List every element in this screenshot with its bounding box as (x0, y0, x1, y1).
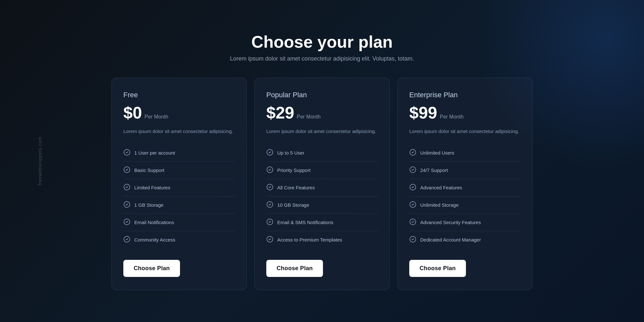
feature-text: Limited Features (134, 185, 170, 190)
watermark: freewebsnippets.com (37, 137, 43, 185)
plan-price-row-enterprise: $99Per Month (409, 104, 521, 121)
plan-name-free: Free (123, 91, 235, 99)
list-item: Limited Features (123, 179, 235, 196)
plan-description-enterprise: Lorem ipsum dolor sit amet consectetur a… (409, 128, 521, 135)
list-item: Advanced Security Features (409, 214, 521, 231)
plan-card-popular: Popular Plan$29Per MonthLorem ipsum dolo… (254, 78, 390, 290)
feature-text: 1 User per account (134, 150, 175, 156)
list-item: All Core Features (266, 179, 378, 196)
page-subtitle: Lorem ipsum dolor sit amet consectetur a… (230, 55, 414, 62)
check-circle-icon (123, 149, 130, 157)
feature-text: Unlimited Storage (420, 202, 459, 208)
check-circle-icon (409, 166, 416, 174)
choose-plan-button-popular[interactable]: Choose Plan (266, 260, 323, 277)
plan-description-free: Lorem ipsum dolor sit amet consectetur a… (123, 128, 235, 135)
check-circle-icon (266, 218, 273, 226)
plan-price-row-free: $0Per Month (123, 104, 235, 121)
feature-text: Advanced Security Features (420, 220, 481, 225)
check-circle-icon (123, 236, 130, 244)
feature-text: Dedicated Account Manager (420, 237, 481, 242)
list-item: Community Access (123, 231, 235, 248)
list-item: Access to Premium Templates (266, 231, 378, 248)
plan-price-free: $0 (123, 104, 142, 121)
check-circle-icon (266, 236, 273, 244)
check-circle-icon (409, 201, 416, 209)
list-item: Dedicated Account Manager (409, 231, 521, 248)
list-item: Email & SMS Notifications (266, 214, 378, 231)
check-circle-icon (123, 166, 130, 174)
feature-text: 10 GB Storage (277, 202, 309, 208)
feature-text: Up to 5 User (277, 150, 304, 156)
list-item: Priority Support (266, 162, 378, 179)
list-item: 10 GB Storage (266, 196, 378, 214)
plans-container: Free$0Per MonthLorem ipsum dolor sit ame… (111, 78, 533, 290)
choose-plan-button-free[interactable]: Choose Plan (123, 260, 180, 277)
page-header: Choose your plan Lorem ipsum dolor sit a… (230, 32, 414, 62)
check-circle-icon (409, 149, 416, 157)
check-circle-icon (266, 149, 273, 157)
plan-card-enterprise: Enterprise Plan$99Per MonthLorem ipsum d… (397, 78, 533, 290)
check-circle-icon (123, 184, 130, 192)
check-circle-icon (123, 218, 130, 226)
check-circle-icon (266, 201, 273, 209)
plan-period-enterprise: Per Month (440, 114, 464, 120)
list-item: Advanced Features (409, 179, 521, 196)
plan-name-enterprise: Enterprise Plan (409, 91, 521, 99)
feature-text: Email & SMS Notifications (277, 220, 333, 225)
list-item: 1 User per account (123, 144, 235, 162)
choose-plan-button-enterprise[interactable]: Choose Plan (409, 260, 466, 277)
plan-price-popular: $29 (266, 104, 294, 121)
list-item: Email Notifications (123, 214, 235, 231)
feature-text: All Core Features (277, 185, 315, 190)
check-circle-icon (266, 184, 273, 192)
page-title: Choose your plan (230, 32, 414, 52)
plan-card-free: Free$0Per MonthLorem ipsum dolor sit ame… (111, 78, 247, 290)
feature-text: Unlimited Users (420, 150, 454, 156)
feature-text: Advanced Features (420, 185, 462, 190)
plan-period-free: Per Month (145, 114, 168, 120)
list-item: Up to 5 User (266, 144, 378, 162)
plan-features-popular: Up to 5 UserPriority SupportAll Core Fea… (266, 144, 378, 248)
check-circle-icon (409, 184, 416, 192)
list-item: Unlimited Storage (409, 196, 521, 214)
plan-description-popular: Lorem ipsum dolor sit amet consectetur a… (266, 128, 378, 135)
feature-text: Basic Support (134, 167, 164, 173)
plan-features-free: 1 User per accountBasic SupportLimited F… (123, 144, 235, 248)
feature-text: Access to Premium Templates (277, 237, 342, 242)
feature-text: Community Access (134, 237, 175, 242)
feature-text: Email Notifications (134, 220, 174, 225)
check-circle-icon (266, 166, 273, 174)
list-item: 1 GB Storage (123, 196, 235, 214)
plan-name-popular: Popular Plan (266, 91, 378, 99)
plan-features-enterprise: Unlimited Users24/7 SupportAdvanced Feat… (409, 144, 521, 248)
plan-price-row-popular: $29Per Month (266, 104, 378, 121)
feature-text: Priority Support (277, 167, 310, 173)
feature-text: 1 GB Storage (134, 202, 164, 208)
list-item: Unlimited Users (409, 144, 521, 162)
check-circle-icon (409, 236, 416, 244)
plan-period-popular: Per Month (297, 114, 321, 120)
feature-text: 24/7 Support (420, 167, 448, 173)
list-item: Basic Support (123, 162, 235, 179)
check-circle-icon (409, 218, 416, 226)
check-circle-icon (123, 201, 130, 209)
plan-price-enterprise: $99 (409, 104, 437, 121)
list-item: 24/7 Support (409, 162, 521, 179)
